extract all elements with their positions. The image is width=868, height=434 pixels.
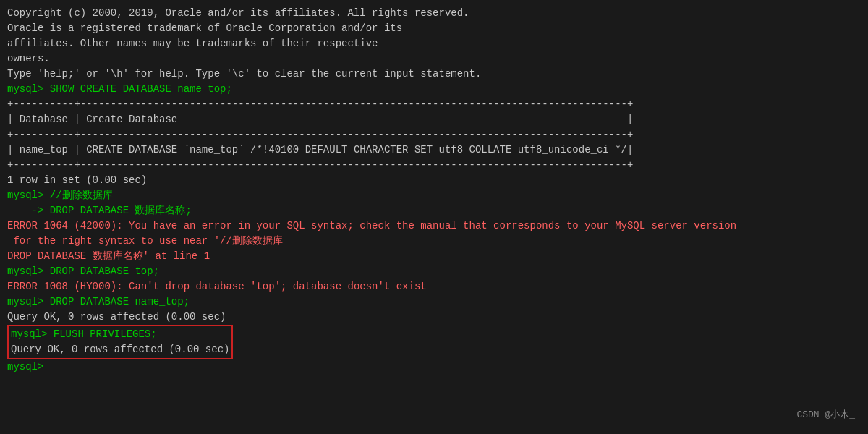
terminal-line-error3: DROP DATABASE 数据库名称' at line 1: [7, 249, 861, 264]
highlight-box: mysql> FLUSH PRIVILEGES;Query OK, 0 rows…: [7, 325, 233, 359]
terminal: Copyright (c) 2000, 2019, Oracle and/or …: [0, 0, 868, 434]
terminal-line-table2: | Database | Create Database |: [7, 112, 861, 127]
terminal-line-error2: for the right syntax to use near '//删除数据…: [7, 234, 861, 249]
terminal-line-ok1: Query OK, 0 rows affected (0.00 sec): [7, 310, 861, 325]
terminal-line-cmd1: mysql> SHOW CREATE DATABASE name_top;: [7, 82, 861, 97]
terminal-line-rowset: 1 row in set (0.00 sec): [7, 173, 861, 188]
terminal-line-table5: +----------+----------------------------…: [7, 158, 861, 173]
terminal-line-oracle2: affiliates. Other names may be trademark…: [7, 36, 861, 51]
terminal-line-cmd4: mysql> DROP DATABASE top;: [7, 264, 861, 279]
terminal-line-oracle1: Oracle is a registered trademark of Orac…: [7, 21, 861, 36]
terminal-line-cmd3: -> DROP DATABASE 数据库名称;: [7, 203, 861, 218]
terminal-line-table1: +----------+----------------------------…: [7, 97, 861, 112]
terminal-line-error1: ERROR 1064 (42000): You have an error in…: [7, 218, 861, 234]
terminal-line-table3: +----------+----------------------------…: [7, 127, 861, 142]
terminal-line-cmd2: mysql> //删除数据库: [7, 188, 861, 203]
watermark: CSDN @小木_: [796, 408, 855, 421]
terminal-line-ok2_highlight: Query OK, 0 rows affected (0.00 sec): [11, 342, 229, 357]
terminal-line-cmd6_highlight: mysql> FLUSH PRIVILEGES;: [11, 327, 229, 342]
terminal-line-cmd5: mysql> DROP DATABASE name_top;: [7, 294, 861, 310]
terminal-line-copyright: Copyright (c) 2000, 2019, Oracle and/or …: [7, 6, 861, 21]
terminal-line-help: Type 'help;' or '\h' for help. Type '\c'…: [7, 67, 861, 82]
terminal-line-error4: ERROR 1008 (HY000): Can't drop database …: [7, 279, 861, 294]
terminal-line-cmd7: mysql>: [7, 359, 861, 375]
terminal-line-oracle3: owners.: [7, 51, 861, 67]
terminal-line-table4: | name_top | CREATE DATABASE `name_top` …: [7, 142, 861, 158]
